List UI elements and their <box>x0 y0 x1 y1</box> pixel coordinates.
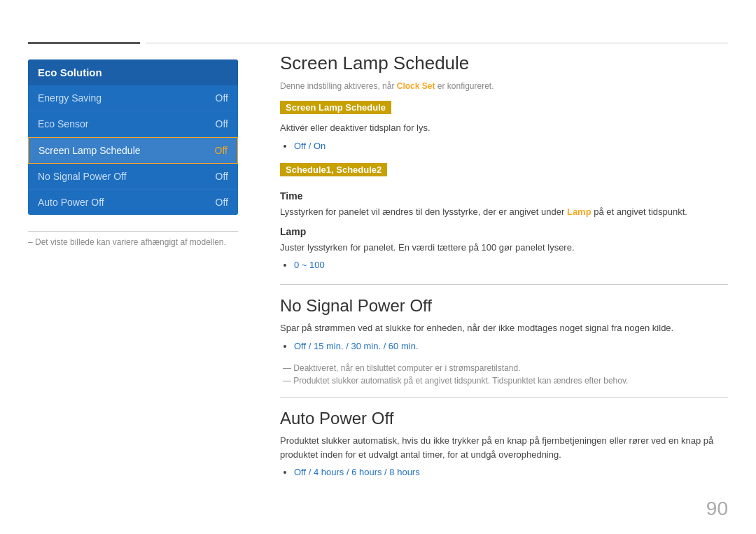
divider-light <box>146 43 728 43</box>
lamp-highlight: Lamp <box>567 206 592 217</box>
clock-set-link: Clock Set <box>397 81 435 91</box>
note-suffix: er konfigureret. <box>435 81 493 91</box>
screen-lamp-options-list: Off / On <box>294 139 728 154</box>
no-signal-options-text: Off / 15 min. / 30 min. / 60 min. <box>294 341 419 351</box>
sidebar-item-value: Off <box>216 171 228 182</box>
time-description: Lysstyrken for panelet vil ændres til de… <box>280 205 728 219</box>
section-divider-1 <box>280 284 728 285</box>
sidebar-item-value: Off <box>216 197 228 208</box>
top-dividers <box>28 42 728 44</box>
lamp-option: 0 ~ 100 <box>294 258 728 273</box>
sidebar: Eco Solution Energy Saving Off Eco Senso… <box>28 59 238 215</box>
sidebar-item-value: Off <box>216 92 228 104</box>
sidebar-item-no-signal[interactable]: No Signal Power Off Off <box>28 164 238 190</box>
screen-lamp-label: Screen Lamp Schedule <box>280 101 391 114</box>
sidebar-item-value: Off <box>216 118 228 129</box>
lamp-title: Lamp <box>280 226 728 237</box>
sidebar-title: Eco Solution <box>28 59 238 85</box>
section-divider-2 <box>280 397 728 398</box>
no-signal-title: No Signal Power Off <box>280 296 728 316</box>
divider-dark <box>28 42 140 44</box>
sidebar-item-label: Eco Sensor <box>38 118 88 129</box>
page-title: Screen Lamp Schedule <box>280 52 728 74</box>
schedule-label: Schedule1, Schedule2 <box>280 163 387 176</box>
sidebar-item-label: Screen Lamp Schedule <box>38 145 141 156</box>
sidebar-item-auto-power[interactable]: Auto Power Off Off <box>28 190 238 215</box>
no-signal-note2: — Produktet slukker automatisk på et ang… <box>283 376 728 386</box>
sidebar-item-label: No Signal Power Off <box>38 171 127 182</box>
sidebar-item-energy-saving[interactable]: Energy Saving Off <box>28 85 238 111</box>
no-signal-option: Off / 15 min. / 30 min. / 60 min. <box>294 339 728 354</box>
auto-power-options-list: Off / 4 hours / 6 hours / 8 hours <box>294 465 728 480</box>
auto-power-title: Auto Power Off <box>280 409 728 428</box>
time-desc-suffix: på et angivet tidspunkt. <box>592 206 687 217</box>
screen-lamp-options-text: Off / On <box>294 141 326 151</box>
sidebar-item-screen-lamp[interactable]: Screen Lamp Schedule Off <box>28 137 238 164</box>
screen-lamp-option: Off / On <box>294 139 728 154</box>
sidebar-note: – Det viste billede kan variere afhængig… <box>28 231 238 247</box>
sidebar-menu: Energy Saving Off Eco Sensor Off Screen … <box>28 85 238 215</box>
main-content: Screen Lamp Schedule Denne indstilling a… <box>280 52 728 506</box>
note-text: Denne indstilling aktiveres, når Clock S… <box>280 81 728 91</box>
auto-power-description: Produktet slukker automatisk, hvis du ik… <box>280 434 728 461</box>
auto-power-option: Off / 4 hours / 6 hours / 8 hours <box>294 465 728 480</box>
sidebar-item-label: Auto Power Off <box>38 197 104 208</box>
auto-power-options-text: Off / 4 hours / 6 hours / 8 hours <box>294 467 420 477</box>
screen-lamp-description: Aktivér eller deaktiver tidsplan for lys… <box>280 121 728 135</box>
time-desc-prefix: Lysstyrken for panelet vil ændres til de… <box>280 206 567 217</box>
lamp-section: Lamp Juster lysstyrken for panelet. En v… <box>280 226 728 273</box>
no-signal-options-list: Off / 15 min. / 30 min. / 60 min. <box>294 339 728 354</box>
sidebar-item-value: Off <box>215 145 227 156</box>
lamp-options-text: 0 ~ 100 <box>294 260 325 270</box>
time-section: Time Lysstyrken for panelet vil ændres t… <box>280 190 728 219</box>
page-number: 90 <box>706 498 728 520</box>
lamp-description: Juster lysstyrken for panelet. En værdi … <box>280 241 728 255</box>
no-signal-note1: — Deaktiveret, når en tilsluttet compute… <box>283 363 728 373</box>
note-prefix: Denne indstilling aktiveres, når <box>280 81 397 91</box>
no-signal-description: Spar på strømmen ved at slukke for enhed… <box>280 321 728 335</box>
sidebar-item-eco-sensor[interactable]: Eco Sensor Off <box>28 111 238 137</box>
lamp-options-list: 0 ~ 100 <box>294 258 728 273</box>
time-title: Time <box>280 190 728 202</box>
sidebar-item-label: Energy Saving <box>38 92 102 104</box>
